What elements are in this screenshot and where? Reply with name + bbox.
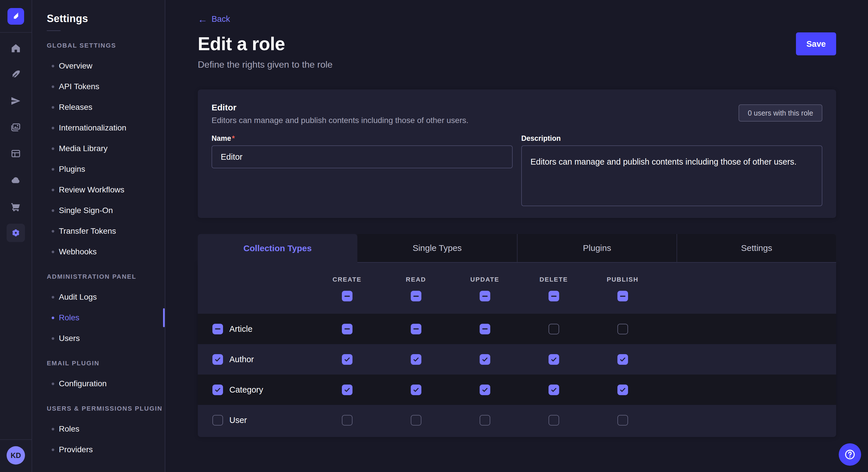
user-delete-checkbox[interactable] <box>549 415 559 426</box>
author-delete-checkbox[interactable] <box>549 354 559 365</box>
sidebar-item-roles[interactable]: Roles <box>32 307 165 328</box>
bullet-icon <box>52 189 54 191</box>
help-button[interactable] <box>839 443 861 466</box>
sidebar-item-users[interactable]: Users <box>32 328 165 349</box>
sidebar-item-internationalization[interactable]: Internationalization <box>32 117 165 138</box>
category-create-checkbox[interactable] <box>342 384 352 395</box>
rail-item-cloud[interactable] <box>0 167 32 193</box>
rail-item-media-library[interactable] <box>0 114 32 140</box>
category-read-checkbox[interactable] <box>411 384 422 395</box>
category-update-checkbox[interactable] <box>479 384 490 395</box>
article-delete-checkbox[interactable] <box>549 324 559 334</box>
sidebar-item-providers[interactable]: Providers <box>32 439 165 460</box>
sidebar-item-label: Audit Logs <box>59 293 97 302</box>
strapi-logo-icon <box>10 11 22 22</box>
category-delete-checkbox[interactable] <box>549 384 559 395</box>
author-create-checkbox[interactable] <box>342 354 352 365</box>
sidebar-section-administration-panel: ADMINISTRATION PANEL <box>32 273 165 280</box>
sidebar-section-global-settings: GLOBAL SETTINGS <box>32 42 165 49</box>
sidebar-item-plugins[interactable]: Plugins <box>32 159 165 179</box>
rail-item-layout[interactable] <box>0 140 32 167</box>
sidebar-item-label: Review Workflows <box>59 185 124 194</box>
bullet-icon <box>52 448 54 451</box>
sidebar-item-transfer-tokens[interactable]: Transfer Tokens <box>32 221 165 241</box>
strapi-logo[interactable] <box>7 8 24 25</box>
save-button[interactable]: Save <box>796 32 836 55</box>
row-select-category-checkbox[interactable] <box>212 384 223 395</box>
avatar[interactable]: KD <box>7 446 25 465</box>
name-label: Name* <box>212 134 513 142</box>
indeterminate-dash-icon <box>620 296 625 297</box>
column-header-delete: DELETE <box>539 276 568 283</box>
rail-item-settings-gear[interactable] <box>0 220 32 246</box>
sidebar-item-label: Roles <box>59 425 80 434</box>
select-all-create-checkbox[interactable] <box>342 291 352 301</box>
bullet-icon <box>52 428 54 430</box>
article-publish-checkbox[interactable] <box>617 324 628 334</box>
user-create-checkbox[interactable] <box>342 415 352 426</box>
home-icon <box>7 39 25 57</box>
sidebar-item-media-library[interactable]: Media Library <box>32 138 165 159</box>
sidebar-item-label: Transfer Tokens <box>59 227 116 236</box>
indeterminate-dash-icon <box>551 296 557 297</box>
tab-single-types[interactable]: Single Types <box>358 234 517 263</box>
article-create-checkbox[interactable] <box>342 324 352 334</box>
description-label: Description <box>521 134 823 142</box>
rail-item-home[interactable] <box>0 35 32 61</box>
author-read-checkbox[interactable] <box>411 354 422 365</box>
sidebar-section-users-permissions-plugin: USERS & PERMISSIONS PLUGIN <box>32 405 165 412</box>
layout-icon <box>7 144 25 163</box>
tab-plugins[interactable]: Plugins <box>517 234 677 263</box>
sidebar-item-label: Plugins <box>59 165 85 174</box>
permissions-table: CREATEREADUPDATEDELETEPUBLISH ArticleAut… <box>198 263 836 437</box>
sidebar-item-audit-logs[interactable]: Audit Logs <box>32 287 165 307</box>
select-all-update-checkbox[interactable] <box>479 291 490 301</box>
sidebar-item-webhooks[interactable]: Webhooks <box>32 241 165 262</box>
row-select-article-checkbox[interactable] <box>212 324 223 334</box>
sidebar-item-single-sign-on[interactable]: Single Sign-On <box>32 200 165 221</box>
sidebar-item-releases[interactable]: Releases <box>32 97 165 117</box>
select-all-delete-checkbox[interactable] <box>549 291 559 301</box>
description-textarea[interactable]: Editors can manage and publish contents … <box>521 145 823 206</box>
row-label: Article <box>229 324 253 334</box>
select-all-publish-checkbox[interactable] <box>617 291 628 301</box>
back-link[interactable]: ← Back <box>198 14 230 24</box>
row-label: User <box>229 415 247 425</box>
users-with-role-button[interactable]: 0 users with this role <box>739 104 823 122</box>
rail-item-marketplace-cart[interactable] <box>0 193 32 220</box>
select-all-read-checkbox[interactable] <box>411 291 422 301</box>
main-nav-rail: KD <box>0 0 32 472</box>
article-update-checkbox[interactable] <box>479 324 490 334</box>
sidebar-item-review-workflows[interactable]: Review Workflows <box>32 179 165 200</box>
bullet-icon <box>52 127 54 129</box>
sidebar-item-label: Configuration <box>59 379 107 388</box>
tab-collection-types[interactable]: Collection Types <box>198 234 358 263</box>
author-update-checkbox[interactable] <box>479 354 490 365</box>
category-publish-checkbox[interactable] <box>617 384 628 395</box>
paper-plane-icon <box>7 92 25 110</box>
article-read-checkbox[interactable] <box>411 324 422 334</box>
user-publish-checkbox[interactable] <box>617 415 628 426</box>
row-select-author-checkbox[interactable] <box>212 354 223 365</box>
settings-sidebar: Settings GLOBAL SETTINGSOverviewAPI Toke… <box>32 0 165 472</box>
name-input[interactable] <box>212 145 513 168</box>
sidebar-item-configuration[interactable]: Configuration <box>32 373 165 394</box>
rail-item-paper-plane[interactable] <box>0 88 32 114</box>
user-update-checkbox[interactable] <box>479 415 490 426</box>
user-read-checkbox[interactable] <box>411 415 422 426</box>
bullet-icon <box>52 106 54 109</box>
sidebar-item-roles[interactable]: Roles <box>32 419 165 439</box>
tab-settings[interactable]: Settings <box>677 234 836 263</box>
bullet-icon <box>52 147 54 150</box>
sidebar-item-overview[interactable]: Overview <box>32 56 165 76</box>
indeterminate-dash-icon <box>482 296 488 297</box>
row-select-user-checkbox[interactable] <box>212 415 223 426</box>
author-publish-checkbox[interactable] <box>617 354 628 365</box>
indeterminate-dash-icon <box>344 296 350 297</box>
sidebar-item-api-tokens[interactable]: API Tokens <box>32 76 165 97</box>
rail-item-feather[interactable] <box>0 61 32 88</box>
bullet-icon <box>52 65 54 67</box>
sidebar-title: Settings <box>47 12 165 25</box>
bullet-icon <box>52 230 54 233</box>
sidebar-item-label: Single Sign-On <box>59 206 113 215</box>
